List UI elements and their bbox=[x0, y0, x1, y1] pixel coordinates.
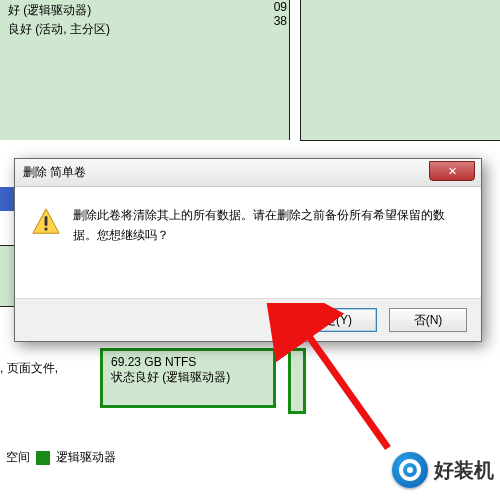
partition-block-adjacent[interactable] bbox=[288, 348, 306, 414]
svg-rect-1 bbox=[45, 216, 48, 225]
value-top: 09 bbox=[274, 0, 287, 14]
logical-partition-strip bbox=[0, 245, 15, 307]
watermark: 好装机 bbox=[392, 452, 494, 488]
numeric-column: 09 38 bbox=[274, 0, 287, 28]
legend-label: 逻辑驱动器 bbox=[56, 449, 116, 466]
volume-status-row-2: 良好 (活动, 主分区) bbox=[8, 21, 281, 38]
warning-icon bbox=[31, 207, 61, 237]
volume-status-row-1: 好 (逻辑驱动器) bbox=[8, 2, 281, 19]
no-button[interactable]: 否(N) bbox=[389, 308, 467, 332]
disk-info-panel-right bbox=[300, 0, 500, 141]
close-icon: ✕ bbox=[448, 165, 457, 178]
legend-swatch-logical bbox=[36, 451, 50, 465]
partition-block[interactable]: 69.23 GB NTFS 状态良好 (逻辑驱动器) bbox=[100, 348, 276, 408]
partition-size: 69.23 GB NTFS bbox=[111, 355, 265, 369]
watermark-text: 好装机 bbox=[434, 457, 494, 484]
delete-volume-dialog: 删除 简单卷 ✕ 删除此卷将清除其上的所有数据。请在删除之前备份所有希望保留的数… bbox=[14, 158, 482, 342]
disk-info-panel: 好 (逻辑驱动器) 良好 (活动, 主分区) 09 38 bbox=[0, 0, 290, 140]
yes-button[interactable]: 是(Y) bbox=[299, 308, 377, 332]
partition-status: 状态良好 (逻辑驱动器) bbox=[111, 369, 265, 386]
primary-partition-strip bbox=[0, 187, 15, 211]
watermark-logo-icon bbox=[392, 452, 428, 488]
disk-label-text: , 页面文件, bbox=[0, 360, 95, 377]
legend-prefix: 空间 bbox=[6, 449, 30, 466]
svg-rect-2 bbox=[45, 228, 48, 231]
close-button[interactable]: ✕ bbox=[429, 161, 475, 181]
dialog-button-row: 是(Y) 否(N) bbox=[15, 298, 481, 341]
dialog-title: 删除 简单卷 bbox=[23, 164, 86, 181]
dialog-message: 删除此卷将清除其上的所有数据。请在删除之前备份所有希望保留的数据。您想继续吗？ bbox=[73, 205, 465, 246]
dialog-content: 删除此卷将清除其上的所有数据。请在删除之前备份所有希望保留的数据。您想继续吗？ bbox=[15, 187, 481, 256]
legend-row: 空间 逻辑驱动器 bbox=[0, 445, 122, 470]
dialog-titlebar[interactable]: 删除 简单卷 ✕ bbox=[15, 159, 481, 187]
value-bottom: 38 bbox=[274, 14, 287, 28]
